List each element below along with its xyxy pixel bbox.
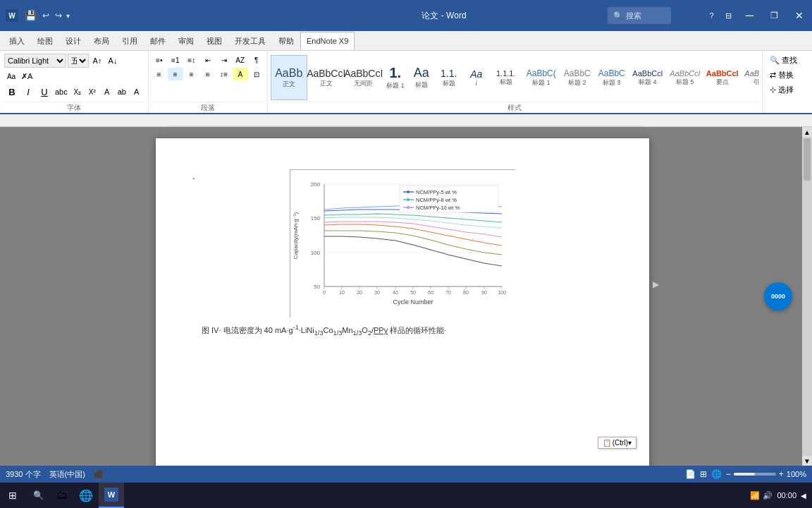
- style-item-normal2[interactable]: AaBbCcI 正文: [308, 55, 345, 100]
- undo-button[interactable]: ↩: [40, 9, 51, 22]
- volume-icon[interactable]: 🔊: [763, 491, 773, 500]
- save-button[interactable]: 💾: [23, 8, 39, 23]
- borders-button[interactable]: ⊡: [249, 68, 264, 80]
- svg-text:90: 90: [481, 290, 487, 295]
- style-item-aai[interactable]: Aa i: [464, 55, 489, 100]
- italic-button[interactable]: I: [20, 85, 36, 99]
- style-item-h1[interactable]: AaBbC( 标题 1: [523, 55, 560, 100]
- font-shrink-button[interactable]: A↓: [106, 54, 120, 68]
- bullets-button[interactable]: ≡•: [152, 54, 167, 66]
- restore-button[interactable]: ❐: [762, 0, 787, 31]
- font-color-button[interactable]: A: [130, 85, 144, 99]
- align-center-button[interactable]: ≡: [168, 68, 183, 80]
- font-grow-button[interactable]: A↑: [90, 54, 104, 68]
- style-item-emphasis[interactable]: AaBbCcl 要点: [704, 55, 741, 100]
- align-right-button[interactable]: ≡: [184, 68, 199, 80]
- superscript-button[interactable]: X²: [85, 85, 99, 99]
- justify-button[interactable]: ≡: [200, 68, 216, 80]
- find-button[interactable]: 🔍 查找: [767, 54, 808, 67]
- text-effect-button[interactable]: A: [100, 85, 114, 99]
- tab-view[interactable]: 视图: [200, 32, 228, 50]
- format-case-button[interactable]: Aa: [4, 69, 18, 83]
- tab-endnote[interactable]: EndNote X9: [300, 32, 355, 50]
- minimize-button[interactable]: ─: [737, 0, 762, 31]
- multilevel-button[interactable]: ≡↕: [184, 54, 199, 66]
- taskbar-app-word[interactable]: W: [99, 483, 124, 508]
- font-name-select[interactable]: Calibri Light: [4, 54, 66, 68]
- taskbar-search[interactable]: 🔍: [25, 483, 51, 508]
- right-arrow: ◀: [801, 492, 806, 500]
- style-item-111[interactable]: 1.1.1. 标题: [490, 55, 522, 100]
- network-icon[interactable]: 📶: [750, 491, 760, 500]
- select-button[interactable]: ⊹ 选择: [767, 83, 808, 97]
- document-area: ·: [0, 127, 812, 466]
- text-highlight-button[interactable]: ab: [115, 85, 129, 99]
- svg-text:NCM/PPy-8 wt %: NCM/PPy-8 wt %: [416, 197, 457, 203]
- ruler: [0, 114, 812, 127]
- tab-layout[interactable]: 布局: [87, 32, 116, 50]
- decrease-indent-button[interactable]: ⇤: [200, 54, 216, 66]
- style-item-heading1[interactable]: 1. 标题 1: [383, 55, 408, 100]
- bold-button[interactable]: B: [4, 85, 20, 99]
- paste-popup[interactable]: 📋 (Ctrl)▾: [598, 437, 636, 449]
- style-item-quote[interactable]: AaBbCcl 引用: [742, 55, 759, 100]
- ribbon-toggle[interactable]: ⊟: [720, 0, 737, 31]
- find-icon: 🔍: [770, 56, 780, 65]
- help-button[interactable]: ?: [704, 0, 720, 31]
- view-layout-button[interactable]: ⊞: [700, 469, 707, 479]
- style-item-h5[interactable]: AaBbCcl 标题 5: [667, 55, 703, 100]
- taskbar-right: 📶 🔊 00:00 ◀: [750, 491, 812, 500]
- taskbar-app-edge[interactable]: 🌐: [73, 483, 99, 508]
- align-left-button[interactable]: ≡: [152, 68, 167, 80]
- tab-developer[interactable]: 开发工具: [228, 32, 272, 50]
- close-button[interactable]: ✕: [787, 0, 812, 31]
- line-spacing-button[interactable]: ↕≡: [216, 68, 232, 80]
- view-read-button[interactable]: 📄: [685, 469, 696, 479]
- redo-button[interactable]: ↪: [53, 9, 64, 22]
- scroll-thumb[interactable]: [804, 138, 811, 181]
- tab-design[interactable]: 设计: [59, 32, 87, 50]
- macro-icon[interactable]: ⬛: [94, 470, 104, 479]
- shading-button[interactable]: A: [233, 68, 248, 80]
- show-marks-button[interactable]: ¶: [249, 54, 264, 66]
- zoom-in-button[interactable]: +: [779, 469, 784, 479]
- scroll-up-button[interactable]: ▲: [802, 127, 812, 137]
- tab-review[interactable]: 审阅: [172, 32, 200, 50]
- collaboration-circle[interactable]: 0000: [764, 282, 792, 310]
- clear-format-button[interactable]: ✗A: [19, 69, 35, 83]
- style-item-h2[interactable]: AaBbC 标题 2: [560, 55, 594, 100]
- styles-group-label: 样式: [271, 102, 759, 113]
- caption-superscript: -1: [293, 324, 299, 331]
- underline-button[interactable]: U: [37, 85, 52, 99]
- document-scroll-area[interactable]: ·: [3, 127, 802, 466]
- style-item-h3[interactable]: AaBbC 标题 3: [595, 55, 629, 100]
- customize-qa-button[interactable]: ▾: [66, 11, 70, 21]
- zoom-out-button[interactable]: −: [726, 469, 731, 479]
- tab-references[interactable]: 引用: [116, 32, 144, 50]
- vertical-scrollbar[interactable]: ▲ ▼: [802, 127, 812, 466]
- search-box[interactable]: 🔍 搜索: [608, 7, 671, 24]
- subscript-button[interactable]: X₂: [70, 85, 85, 99]
- style-item-nospace[interactable]: AaBbCcI 无间距: [345, 55, 382, 100]
- tab-mailings[interactable]: 邮件: [144, 32, 172, 50]
- style-item-heading-aa[interactable]: Aa 标题: [409, 55, 434, 100]
- tab-help[interactable]: 帮助: [272, 32, 300, 50]
- replace-button[interactable]: ⇄ 替换: [767, 68, 808, 82]
- sort-button[interactable]: AZ: [233, 54, 248, 66]
- font-size-select[interactable]: 五号: [68, 54, 89, 68]
- select-icon: ⊹: [770, 85, 776, 95]
- style-item-h4[interactable]: AaBbCcl 标题 4: [629, 55, 666, 100]
- tab-draw[interactable]: 绘图: [31, 32, 59, 50]
- ribbon-content: Calibri Light 五号 A↑ A↓ Aa ✗A B I U abc X…: [0, 51, 812, 114]
- strikethrough-button[interactable]: abc: [53, 85, 70, 99]
- scroll-down-button[interactable]: ▼: [802, 456, 812, 466]
- tab-insert[interactable]: 插入: [3, 32, 31, 50]
- numbering-button[interactable]: ≡1: [168, 54, 183, 66]
- start-button[interactable]: ⊞: [0, 483, 25, 508]
- view-web-button[interactable]: 🌐: [711, 469, 722, 479]
- style-item-11[interactable]: 1.1. 标题: [435, 55, 463, 100]
- taskbar-app-explorer[interactable]: 🗂: [51, 483, 73, 508]
- increase-indent-button[interactable]: ⇥: [216, 54, 232, 66]
- zoom-slider[interactable]: [734, 473, 776, 476]
- style-item-normal[interactable]: AaBb 正文: [271, 55, 307, 100]
